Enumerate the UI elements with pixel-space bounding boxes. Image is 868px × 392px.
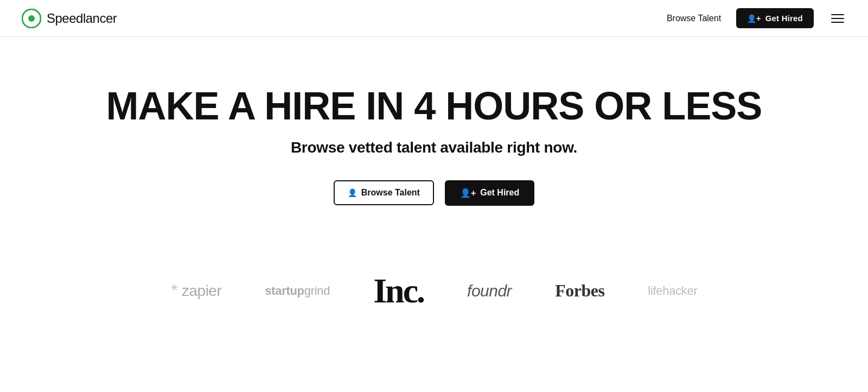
get-hired-person-icon: 👤+ — [460, 188, 476, 198]
nav-get-hired-label: Get Hired — [765, 14, 803, 23]
hamburger-menu-button[interactable] — [829, 12, 846, 25]
hero-get-hired-button[interactable]: 👤+ Get Hired — [445, 180, 534, 206]
forbes-text: Forbes — [555, 281, 604, 301]
zapier-text: zapier — [182, 282, 221, 300]
foundr-logo: foundr — [467, 282, 512, 300]
hero-title: MAKE A HIRE IN 4 HOURS OR LESS — [106, 86, 762, 127]
hamburger-line-2 — [831, 18, 844, 19]
lifehacker-hacker-text: hacker — [662, 284, 697, 298]
zapier-logo: ✳ zapier — [170, 282, 221, 300]
svg-point-1 — [28, 15, 35, 22]
navbar-right: Browse Talent 👤+ Get Hired — [667, 8, 846, 28]
person-add-icon: 👤+ — [747, 14, 761, 23]
inc-text: Inc. — [373, 271, 424, 311]
lifehacker-life-text: life — [648, 284, 662, 298]
nav-get-hired-button[interactable]: 👤+ Get Hired — [736, 8, 814, 28]
hamburger-line-3 — [831, 22, 844, 23]
logo-link[interactable]: Speedlancer — [22, 9, 117, 28]
hero-buttons: 👤 Browse Talent 👤+ Get Hired — [334, 180, 535, 206]
hero-browse-talent-button[interactable]: 👤 Browse Talent — [334, 180, 434, 205]
lifehacker-logo: lifehacker — [648, 284, 697, 298]
hero-get-hired-label: Get Hired — [480, 188, 519, 198]
startupgrind-logo: startupgrind — [265, 284, 330, 298]
logo-icon — [22, 9, 41, 28]
hamburger-line-1 — [831, 14, 844, 15]
startupgrind-grind-text: grind — [304, 284, 330, 298]
logos-section: ✳ zapier startupgrind Inc. foundr Forbes… — [0, 249, 868, 344]
logo-text: Speedlancer — [47, 11, 117, 26]
hero-section: MAKE A HIRE IN 4 HOURS OR LESS Browse ve… — [0, 37, 868, 238]
zapier-asterisk-icon: ✳ — [170, 282, 178, 294]
nav-browse-talent-link[interactable]: Browse Talent — [667, 14, 721, 23]
navbar: Speedlancer Browse Talent 👤+ Get Hired — [0, 0, 868, 37]
startupgrind-startup-text: startup — [265, 284, 304, 298]
inc-dot: . — [417, 271, 424, 310]
hero-browse-talent-label: Browse Talent — [361, 188, 420, 198]
forbes-logo: Forbes — [555, 281, 604, 301]
foundr-text: foundr — [467, 282, 512, 300]
browse-person-icon: 👤 — [348, 188, 357, 197]
hero-subtitle: Browse vetted talent available right now… — [291, 139, 577, 156]
inc-logo: Inc. — [373, 271, 424, 311]
